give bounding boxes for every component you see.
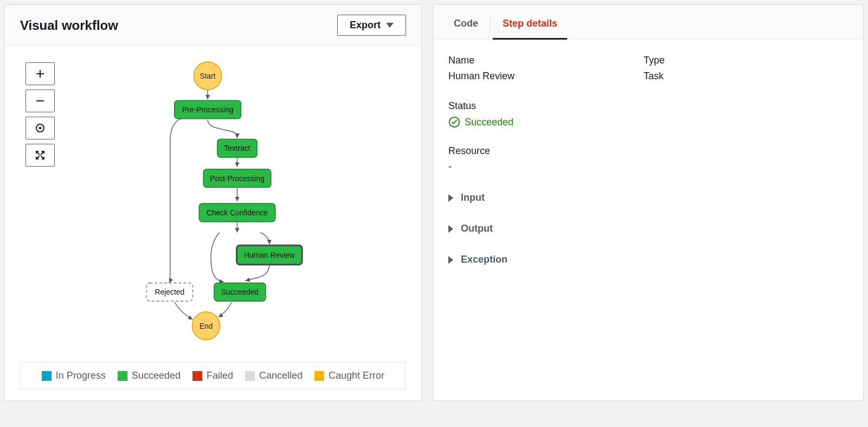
workflow-node-check-confidence[interactable]: Check Confidence [199, 203, 275, 222]
status-badge: Succeeded [448, 116, 513, 128]
chevron-right-icon [448, 225, 453, 233]
legend-item-caught-error: Caught Error [314, 370, 384, 381]
legend-item-succeeded: Succeeded [118, 370, 181, 381]
export-button-label: Export [350, 20, 381, 31]
workflow-diagram[interactable]: Start Pre-Processing Textract [20, 54, 406, 358]
workflow-body: Start Pre-Processing Textract [5, 46, 421, 400]
detail-status: Status Succeeded [448, 100, 848, 130]
svg-point-18 [192, 312, 220, 340]
chevron-right-icon [448, 256, 453, 264]
zoom-reset-button[interactable] [25, 117, 55, 139]
legend-label: In Progress [56, 370, 106, 381]
svg-rect-8 [203, 169, 271, 188]
workflow-node-end[interactable]: End [192, 312, 220, 340]
expander-output[interactable]: Output [448, 223, 848, 234]
legend-swatch [245, 371, 255, 381]
workflow-node-human-review[interactable]: Human Review [237, 245, 303, 265]
detail-label: Resource [448, 145, 848, 157]
svg-rect-12 [237, 245, 303, 265]
legend-label: Succeeded [132, 370, 181, 381]
tab-bar: Code Step details [433, 5, 863, 40]
tab-code[interactable]: Code [444, 7, 488, 39]
zoom-in-button[interactable] [25, 62, 55, 85]
workflow-node-textract[interactable]: Textract [217, 139, 257, 157]
minus-icon [35, 95, 46, 106]
legend-label: Cancelled [259, 370, 303, 381]
workflow-node-preprocessing[interactable]: Pre-Processing [175, 100, 241, 119]
svg-rect-4 [175, 100, 241, 119]
chevron-right-icon [448, 194, 453, 202]
expander-label: Output [461, 223, 493, 234]
legend: In Progress Succeeded Failed Cancelled C… [20, 362, 406, 390]
plus-icon [35, 68, 46, 79]
expander-label: Exception [461, 254, 507, 265]
details-body: Name Human Review Type Task Status Succe… [433, 40, 863, 287]
export-button[interactable]: Export [337, 15, 406, 36]
workflow-node-start[interactable]: Start [194, 62, 221, 90]
detail-row: Name Human Review Type Task [448, 55, 848, 82]
detail-label: Type [644, 55, 806, 66]
legend-swatch [314, 371, 324, 381]
legend-swatch [118, 371, 127, 381]
status-text: Succeeded [465, 117, 513, 128]
panel-title: Visual workflow [20, 18, 118, 33]
tab-step-details[interactable]: Step details [493, 7, 567, 40]
svg-point-1 [39, 127, 41, 129]
legend-swatch [192, 371, 202, 381]
panel-header: Visual workflow Export [5, 5, 421, 46]
check-circle-icon [448, 116, 460, 128]
detail-label: Name [448, 55, 611, 66]
svg-point-2 [194, 62, 221, 90]
svg-rect-10 [199, 203, 275, 222]
tab-separator [490, 16, 491, 32]
svg-rect-14 [214, 283, 266, 301]
expander-exception[interactable]: Exception [448, 254, 848, 265]
chevron-down-icon [386, 23, 394, 28]
detail-type: Type Task [644, 55, 806, 82]
legend-item-cancelled: Cancelled [245, 370, 303, 381]
detail-resource: Resource - [448, 145, 848, 173]
workflow-node-postprocessing[interactable]: Post-Processing [203, 169, 271, 188]
legend-label: Caught Error [329, 370, 384, 381]
legend-item-in-progress: In Progress [42, 370, 106, 381]
legend-item-failed: Failed [192, 370, 233, 381]
details-panel: Code Step details Name Human Review Type… [433, 4, 864, 401]
zoom-fit-button[interactable] [25, 144, 55, 167]
legend-swatch [42, 371, 52, 381]
expand-icon [35, 150, 46, 161]
detail-value: - [448, 161, 848, 173]
detail-value: Human Review [448, 71, 611, 82]
workflow-node-succeeded[interactable]: Succeeded [214, 283, 266, 301]
legend-label: Failed [207, 370, 233, 381]
zoom-controls [25, 62, 55, 167]
target-icon [35, 123, 46, 133]
detail-name: Name Human Review [448, 55, 611, 82]
svg-rect-6 [217, 139, 257, 157]
detail-label: Status [448, 100, 848, 112]
expander-input[interactable]: Input [448, 192, 848, 203]
svg-rect-16 [146, 283, 192, 301]
zoom-out-button[interactable] [25, 90, 55, 112]
expander-label: Input [461, 192, 485, 203]
visual-workflow-panel: Visual workflow Export [4, 4, 422, 401]
detail-value: Task [644, 71, 806, 82]
workflow-node-rejected[interactable]: Rejected [146, 283, 192, 301]
